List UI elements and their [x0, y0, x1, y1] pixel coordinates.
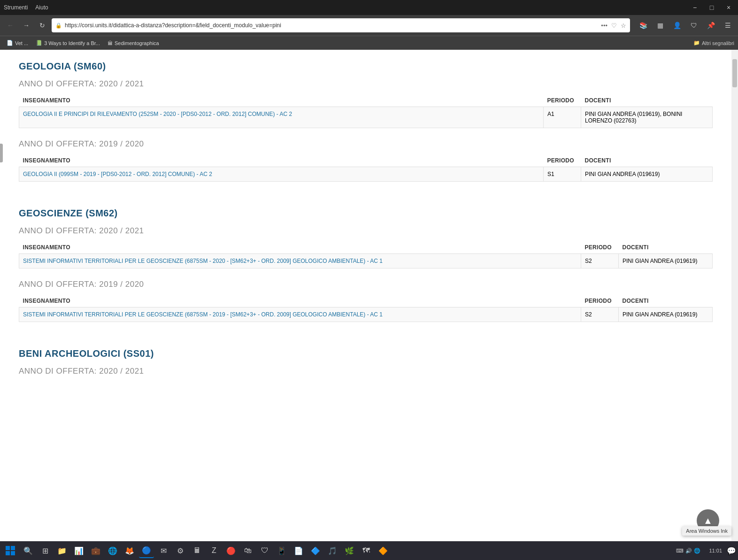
taskbar-excel-icon[interactable]: 📊	[71, 543, 86, 547]
folder-icon: 📁	[693, 40, 700, 46]
col-insegnamento-geo2020: INSEGNAMENTO	[19, 94, 544, 107]
course-link-geo2020[interactable]: GEOLOGIA II E PRINCIPI DI RILEVAMENTO (2…	[19, 107, 544, 128]
content-wrapper: GEOLOGIA (SM60) ANNO DI OFFERTA: 2020 / …	[0, 50, 738, 547]
taskbar-app3-icon[interactable]: 🔷	[308, 543, 323, 547]
year-title-geologia-2019: ANNO DI OFFERTA: 2019 / 2020	[19, 139, 713, 149]
windows-ink-tooltip: Area Windows Ink	[682, 526, 731, 536]
table-geoscienze-2019: INSEGNAMENTO PERIODO DOCENTI SISTEMI INF…	[19, 295, 713, 322]
lock-icon: 🔒	[55, 23, 62, 29]
year-title-geologia-2020: ANNO DI OFFERTA: 2020 / 2021	[19, 79, 713, 89]
page-content: GEOLOGIA (SM60) ANNO DI OFFERTA: 2020 / …	[0, 50, 731, 547]
menu-strumenti[interactable]: Strumenti	[4, 4, 28, 11]
table-row: GEOLOGIA II E PRINCIPI DI RILEVAMENTO (2…	[19, 107, 713, 128]
shield-icon[interactable]: 🛡	[687, 19, 700, 32]
taskbar-app7-icon[interactable]: 🔶	[376, 543, 391, 547]
address-bar[interactable]: 🔒 https://corsi.units.it/didattica-a-dis…	[52, 18, 630, 32]
menu-aiuto[interactable]: Aiuto	[35, 4, 48, 11]
taskbar-edge-icon[interactable]: 🌐	[105, 543, 120, 547]
taskbar-pdf-icon[interactable]: 📄	[291, 543, 306, 547]
taskbar-store-icon[interactable]: 🛍	[240, 543, 255, 547]
browser-toolbar: ← → ↻ 🔒 https://corsi.units.it/didattica…	[0, 15, 738, 36]
table-geologia-2020: INSEGNAMENTO PERIODO DOCENTI GEOLOGIA II…	[19, 94, 713, 128]
col-insegnamento-geosci2019: INSEGNAMENTO	[19, 295, 581, 307]
bookmarks-more-button[interactable]: 📁 Altri segnalibri	[693, 40, 734, 46]
pin-icon[interactable]: 📌	[704, 19, 717, 32]
table-row: GEOLOGIA II (099SM - 2019 - [PDS0-2012 -…	[19, 167, 713, 182]
maximize-button[interactable]: □	[706, 2, 717, 13]
taskbar-firefox-icon[interactable]: 🦊	[122, 543, 137, 547]
start-button[interactable]	[2, 542, 19, 547]
minimize-button[interactable]: −	[689, 2, 700, 13]
forward-button[interactable]: →	[20, 19, 33, 32]
col-periodo-geo2019: PERIODO	[544, 154, 581, 167]
back-button[interactable]: ←	[4, 19, 17, 32]
col-docenti-geosci2019: DOCENTI	[619, 295, 713, 307]
periodo-geosci2019: S2	[581, 307, 619, 322]
taskbar-file-explorer-icon[interactable]: 📁	[54, 543, 69, 547]
course-link-geosci2020[interactable]: SISTEMI INFORMATIVI TERRITORIALI PER LE …	[19, 254, 581, 268]
taskbar-mail-icon[interactable]: ✉	[156, 543, 171, 547]
more-options-icon[interactable]: •••	[601, 22, 607, 29]
taskbar-zotero-icon[interactable]: Z	[207, 543, 222, 547]
svg-rect-1	[11, 546, 15, 547]
taskbar-browser-active-icon[interactable]: 🔵	[139, 543, 154, 547]
window-controls[interactable]: − □ ×	[689, 2, 734, 13]
taskbar-settings-icon[interactable]: ⚙	[173, 543, 188, 547]
col-insegnamento-geo2019: INSEGNAMENTO	[19, 154, 544, 167]
menu-button[interactable]: ☰	[721, 19, 734, 32]
bookmark-sedimento[interactable]: 🏛 Sedimentographica	[105, 39, 162, 47]
menu-bar[interactable]: Strumenti Aiuto	[4, 4, 48, 11]
year-title-beni-2020: ANNO DI OFFERTA: 2020 / 2021	[19, 367, 713, 376]
taskbar-taskview-icon[interactable]: ⊞	[38, 543, 53, 547]
windows-logo-icon	[6, 546, 15, 547]
scrollbar[interactable]	[731, 50, 738, 547]
bookmark-icon[interactable]: ☆	[621, 22, 626, 29]
bookmark-3ways[interactable]: 📗 3 Ways to Identify a Br...	[33, 39, 103, 47]
taskbar-search-icon[interactable]: 🔍	[21, 543, 36, 547]
table-row: SISTEMI INFORMATIVI TERRITORIALI PER LE …	[19, 307, 713, 322]
course-link-geo2019[interactable]: GEOLOGIA II (099SM - 2019 - [PDS0-2012 -…	[19, 167, 544, 182]
taskbar-app1-icon[interactable]: 🔴	[223, 543, 238, 547]
bookmarks-more-label: Altri segnalibri	[702, 40, 734, 46]
bookmark-3ways-label: 3 Ways to Identify a Br...	[44, 40, 100, 46]
divider-1	[19, 193, 713, 204]
bookmark-vet-label: Vet ...	[15, 40, 28, 46]
taskbar-teams-icon[interactable]: 💼	[88, 543, 103, 547]
section-title-geologia: GEOLOGIA (SM60)	[19, 61, 713, 72]
table-row: SISTEMI INFORMATIVI TERRITORIALI PER LE …	[19, 254, 713, 268]
year-title-geoscienze-2019: ANNO DI OFFERTA: 2019 / 2020	[19, 280, 713, 289]
course-link-geosci2019[interactable]: SISTEMI INFORMATIVI TERRITORIALI PER LE …	[19, 307, 581, 322]
docenti-geosci2019: PINI GIAN ANDREA (019619)	[619, 307, 713, 322]
taskbar-antivirus-icon[interactable]: 🛡	[257, 543, 272, 547]
toolbar-actions: 📚 ▦ 👤 🛡 📌 ☰	[637, 19, 734, 32]
taskbar-app6-icon[interactable]: 🗺	[359, 543, 374, 547]
taskbar-app5-icon[interactable]: 🌿	[342, 543, 357, 547]
close-button[interactable]: ×	[723, 2, 734, 13]
title-bar: Strumenti Aiuto − □ ×	[0, 0, 738, 15]
scrollbar-thumb[interactable]	[732, 59, 737, 87]
notification-icon[interactable]: 💬	[727, 547, 736, 548]
section-title-geoscienze: GEOSCIENZE (SM62)	[19, 208, 713, 219]
reader-view-icon[interactable]: ♡	[611, 22, 617, 29]
url-text: https://corsi.units.it/didattica-a-dista…	[65, 22, 598, 29]
refresh-button[interactable]: ↻	[36, 19, 49, 32]
sync-icon[interactable]: 👤	[670, 19, 684, 32]
scroll-top-icon: ▲	[703, 515, 713, 526]
col-docenti-geo2019: DOCENTI	[581, 154, 713, 167]
taskbar-calc-icon[interactable]: 🖩	[190, 543, 205, 547]
bookmark-vet[interactable]: 📄 Vet ...	[4, 39, 31, 47]
taskbar: 🔍 ⊞ 📁 📊 💼 🌐 🦊 🔵 ✉ ⚙ 🖩 Z 🔴 🛍 🛡 📱 📄 🔷 🎵 🌿 …	[0, 541, 738, 547]
bookmarks-bar: 📄 Vet ... 📗 3 Ways to Identify a Br... 🏛…	[0, 36, 738, 50]
col-periodo-geo2020: PERIODO	[544, 94, 581, 107]
address-actions: ••• ♡ ☆	[601, 22, 626, 29]
notification-area[interactable]: 💬 Area Windows Ink	[727, 546, 736, 548]
taskbar-app2-icon[interactable]: 📱	[274, 543, 289, 547]
bookmark-vet-icon: 📄	[7, 40, 13, 46]
svg-rect-0	[6, 546, 10, 547]
taskbar-app4-icon[interactable]: 🎵	[325, 543, 340, 547]
table-geoscienze-2020: INSEGNAMENTO PERIODO DOCENTI SISTEMI INF…	[19, 241, 713, 268]
docenti-geosci2020: PINI GIAN ANDREA (019619)	[619, 254, 713, 268]
sidebar-icon[interactable]: ▦	[653, 19, 667, 32]
docenti-geo2020: PINI GIAN ANDREA (019619), BONINI LORENZ…	[581, 107, 713, 128]
library-icon[interactable]: 📚	[637, 19, 650, 32]
